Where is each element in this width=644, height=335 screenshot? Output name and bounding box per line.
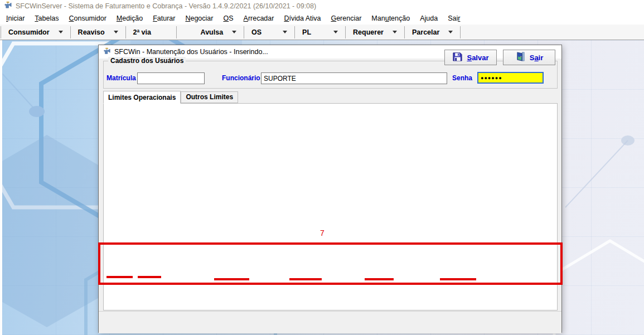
toolbar-button-2-via[interactable]: 2ª via [127, 26, 176, 39]
menu-item-consumidor[interactable]: Consumidor [64, 13, 111, 23]
toolbar-button-os[interactable]: OS [245, 26, 294, 39]
save-button-label: Salvar [467, 54, 488, 62]
menu-item-divida-ativa[interactable]: Dívida Ativa [279, 13, 326, 23]
funcionario-label: Funcionário [222, 74, 260, 82]
toolbar-button-label: PL [302, 28, 311, 36]
tab-limites-operacionais[interactable]: Limites Operacionais [103, 91, 181, 104]
dialog-manutencao-usuarios: SFCWin - Manutenção dos Usuários - Inser… [98, 45, 562, 333]
matricula-input[interactable] [137, 72, 205, 84]
exit-button[interactable]: Sair [503, 50, 555, 65]
dropdown-arrow-icon [283, 31, 287, 33]
toolbar-separator [244, 26, 244, 38]
toolbar: ConsumidorReaviso2ª viaAvulsaOSPLRequere… [0, 25, 644, 40]
dialog-footer [99, 311, 561, 333]
senha-input[interactable] [477, 72, 544, 84]
toolbar-separator [176, 26, 177, 38]
toolbar-separator [1, 26, 1, 38]
menu-item-negociar[interactable]: Negociar [180, 13, 218, 23]
toolbar-separator [460, 26, 461, 38]
toolbar-button-parcelar[interactable]: Parcelar [405, 26, 459, 39]
save-button[interactable]: Salvar [444, 50, 497, 65]
toolbar-separator [404, 26, 405, 38]
funcionario-input[interactable] [261, 72, 447, 84]
tab-outros-limites[interactable]: Outros Limites [181, 91, 238, 103]
menu-item-faturar[interactable]: Faturar [148, 13, 180, 23]
cadastro-legend: Cadastro dos Usuários [108, 57, 186, 65]
menu-item-os[interactable]: OS [218, 13, 238, 23]
toolbar-button-label: 2ª via [133, 28, 151, 36]
toolbar-button-reaviso[interactable]: Reaviso [71, 26, 125, 39]
toolbar-button-label: OS [251, 28, 262, 36]
app-titlebar: SFCWinServer - Sistema de Faturamento e … [0, 0, 644, 12]
screen: SFCWinServer - Sistema de Faturamento e … [0, 0, 644, 335]
tab-strip: Limites OperacionaisOutros Limites [103, 91, 238, 103]
toolbar-separator [125, 26, 126, 38]
senha-label: Senha [452, 74, 472, 82]
toolbar-separator [345, 26, 346, 38]
toolbar-button-avulsa[interactable]: Avulsa [194, 26, 244, 39]
dropdown-arrow-icon [448, 31, 453, 33]
dropdown-arrow-icon [232, 31, 236, 33]
menu-item-manutencao[interactable]: Manutenção [366, 13, 415, 23]
dialog-title: SFCWin - Manutenção dos Usuários - Inser… [114, 48, 268, 56]
toolbar-button-label: Parcelar [412, 28, 439, 36]
menubar: IniciarTabelasConsumidorMediçãoFaturarNe… [0, 12, 644, 25]
toolbar-button-label: Requerer [353, 28, 384, 36]
menu-item-arrecadar[interactable]: Arrecadar [239, 13, 279, 23]
faucet-icon [103, 47, 111, 57]
menu-item-iniciar[interactable]: Iniciar [1, 13, 30, 23]
toolbar-button-consumidor[interactable]: Consumidor [2, 26, 70, 39]
dropdown-arrow-icon [59, 31, 63, 33]
matricula-label: Matrícula [106, 74, 136, 82]
menu-item-ajuda[interactable]: Ajuda [415, 13, 443, 23]
tab-page-limites-operacionais [103, 103, 558, 310]
exit-button-label: Sair [530, 54, 544, 62]
toolbar-button-label: Consumidor [8, 28, 50, 36]
menu-item-sair[interactable]: Sair [443, 13, 465, 23]
dropdown-arrow-icon [393, 31, 397, 33]
dropdown-arrow-icon [333, 31, 338, 33]
toolbar-button-pl[interactable]: PL [296, 26, 345, 39]
menu-item-gerenciar[interactable]: Gerenciar [326, 13, 366, 23]
save-icon [452, 51, 463, 64]
toolbar-separator [294, 26, 295, 38]
menu-item-tabelas[interactable]: Tabelas [30, 13, 64, 23]
toolbar-separator [70, 26, 71, 38]
menu-item-medicao[interactable]: Medição [112, 13, 148, 23]
toolbar-button-label: Avulsa [201, 28, 224, 36]
exit-door-icon [515, 51, 526, 64]
faucet-icon [4, 1, 12, 12]
dropdown-arrow-icon [114, 31, 118, 33]
app-title: SFCWinServer - Sistema de Faturamento e … [16, 2, 316, 10]
toolbar-button-label: Reaviso [78, 28, 105, 36]
toolbar-button-requerer[interactable]: Requerer [346, 26, 404, 39]
